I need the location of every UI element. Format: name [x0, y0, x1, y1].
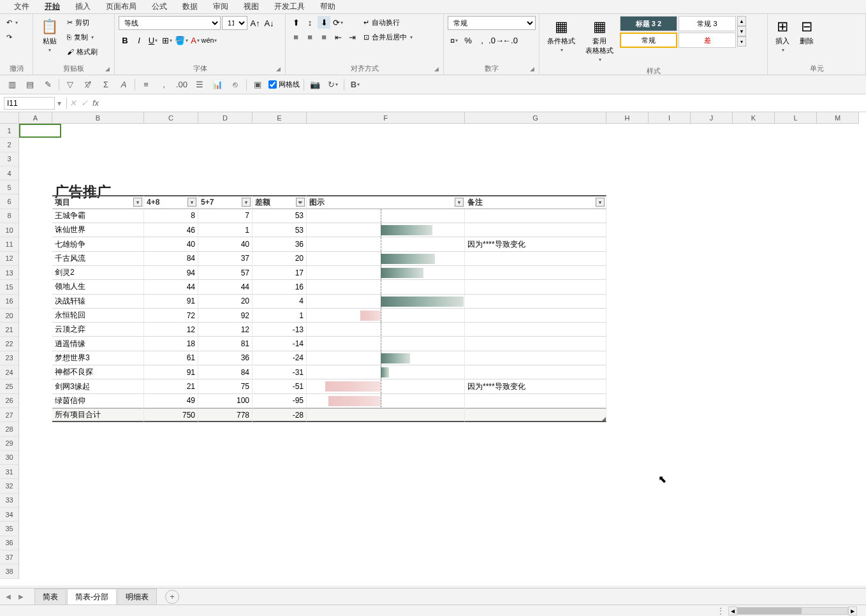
cancel-formula-button[interactable]: ✕: [70, 98, 81, 108]
row-header-35[interactable]: 35: [0, 522, 19, 536]
hscroll-thumb[interactable]: [738, 608, 802, 614]
cell-E25[interactable]: -51: [253, 379, 307, 393]
merge-center-button[interactable]: ⊡ 合并后居中▾: [361, 31, 415, 43]
col-header-E[interactable]: E: [253, 112, 307, 124]
cell-F15[interactable]: [307, 280, 465, 294]
cell-G25[interactable]: 因为****导致变化: [465, 379, 606, 393]
cell-C10[interactable]: 46: [144, 223, 198, 237]
underline-button[interactable]: U▾: [147, 34, 159, 47]
number-format-select[interactable]: 常规: [448, 16, 536, 30]
row-header-4[interactable]: 4: [0, 166, 19, 180]
col-header-H[interactable]: H: [606, 112, 649, 124]
style-normal[interactable]: 常规: [620, 33, 677, 48]
align-bottom-button[interactable]: ⬇: [318, 16, 330, 29]
redo-button[interactable]: ↷: [4, 31, 20, 43]
cell-E21[interactable]: -13: [253, 323, 307, 337]
row-header-31[interactable]: 31: [0, 465, 19, 479]
cell-D11[interactable]: 40: [198, 237, 253, 251]
cell-G16[interactable]: [465, 295, 606, 309]
cell-G12[interactable]: [465, 252, 606, 266]
col-header-J[interactable]: J: [691, 112, 733, 124]
cell-B15[interactable]: 领地人生: [52, 280, 144, 294]
menu-layout[interactable]: 页面布局: [98, 0, 144, 14]
col-header-C[interactable]: C: [144, 112, 198, 124]
filter-E[interactable]: ⏷: [296, 198, 305, 207]
filter-B[interactable]: ▾: [133, 198, 142, 207]
cell-C20[interactable]: 72: [144, 309, 198, 323]
menu-insert[interactable]: 插入: [68, 0, 98, 14]
menu-review[interactable]: 审阅: [205, 0, 236, 14]
tool-comma[interactable]: ,: [157, 78, 171, 92]
tool-bold2[interactable]: B▾: [348, 78, 362, 92]
cell-D26[interactable]: 100: [198, 394, 253, 408]
cell-F20[interactable]: [307, 309, 465, 323]
cell-G22[interactable]: [465, 337, 606, 351]
col-header-M[interactable]: M: [817, 112, 859, 124]
clipboard-launcher[interactable]: ◢: [105, 66, 113, 73]
add-sheet-button[interactable]: +: [165, 590, 179, 604]
number-launcher[interactable]: ◢: [530, 66, 538, 73]
row-header-21[interactable]: 21: [0, 323, 19, 337]
cell-C26[interactable]: 49: [144, 394, 198, 408]
gridlines-checkbox[interactable]: 网格线: [268, 80, 300, 89]
col-header-G[interactable]: G: [465, 112, 606, 124]
cell-F22[interactable]: [307, 337, 465, 351]
h-scrollbar[interactable]: ⋮ ◀ ▶: [717, 606, 857, 616]
style-scroll-more[interactable]: ▾: [737, 36, 746, 47]
cell-C22[interactable]: 18: [144, 337, 198, 351]
style-bad[interactable]: 差: [679, 33, 736, 48]
cell-B8[interactable]: 王城争霸: [52, 209, 144, 223]
fx-button[interactable]: fx: [92, 98, 104, 108]
row-header-34[interactable]: 34: [0, 508, 19, 522]
cell-G23[interactable]: [465, 351, 606, 365]
cell-F24[interactable]: [307, 365, 465, 379]
cut-button[interactable]: ✂剪切: [64, 16, 100, 29]
cell-E20[interactable]: 1: [253, 309, 307, 323]
cell-D23[interactable]: 36: [198, 351, 253, 365]
cell-G21[interactable]: [465, 323, 606, 337]
col-header-A[interactable]: A: [19, 112, 52, 124]
cell-B13[interactable]: 剑灵2: [52, 266, 144, 280]
cell-E10[interactable]: 53: [253, 223, 307, 237]
row-header-12[interactable]: 12: [0, 252, 19, 266]
cell-C11[interactable]: 40: [144, 237, 198, 251]
cell-D15[interactable]: 44: [198, 280, 253, 294]
cell-C27[interactable]: 750: [144, 408, 198, 422]
cell-D21[interactable]: 12: [198, 323, 253, 337]
name-box[interactable]: [4, 97, 55, 110]
cell-B25[interactable]: 剑网3缘起: [52, 379, 144, 393]
undo-button[interactable]: ↶▾: [4, 16, 20, 29]
cell-G8[interactable]: [465, 209, 606, 223]
font-size-select[interactable]: 11: [222, 16, 247, 30]
cell-D10[interactable]: 1: [198, 223, 253, 237]
copy-button[interactable]: ⎘复制▾: [64, 31, 100, 43]
menu-file[interactable]: 文件: [6, 0, 37, 14]
cell-G15[interactable]: [465, 280, 606, 294]
cell-E27[interactable]: -28: [253, 408, 307, 422]
tool-freeze2[interactable]: ▤: [23, 78, 37, 92]
row-header-29[interactable]: 29: [0, 437, 19, 451]
col-header-I[interactable]: I: [649, 112, 691, 124]
cell-C23[interactable]: 61: [144, 351, 198, 365]
style-scroll-down[interactable]: ▼: [737, 26, 746, 36]
style-normal3[interactable]: 常规 3: [679, 16, 736, 31]
col-header-D[interactable]: D: [198, 112, 253, 124]
cell-E15[interactable]: 16: [253, 280, 307, 294]
cell-C15[interactable]: 44: [144, 280, 198, 294]
cell-E26[interactable]: -95: [253, 394, 307, 408]
cell-E8[interactable]: 53: [253, 209, 307, 223]
cell-B21[interactable]: 云顶之弈: [52, 323, 144, 337]
filter-C[interactable]: ▾: [187, 198, 196, 207]
cell-G20[interactable]: [465, 309, 606, 323]
cell-G24[interactable]: [465, 365, 606, 379]
cell-F13[interactable]: [307, 266, 465, 280]
align-launcher[interactable]: ◢: [434, 66, 442, 73]
row-header-2[interactable]: 2: [0, 138, 19, 152]
filter-F[interactable]: ▾: [455, 198, 464, 207]
row-header-3[interactable]: 3: [0, 152, 19, 166]
cell-E23[interactable]: -24: [253, 351, 307, 365]
row-header-26[interactable]: 26: [0, 394, 19, 408]
decrease-font-button[interactable]: A↓: [263, 17, 275, 29]
cell-F25[interactable]: [307, 379, 465, 393]
cell-G11[interactable]: 因为****导致变化: [465, 237, 606, 251]
